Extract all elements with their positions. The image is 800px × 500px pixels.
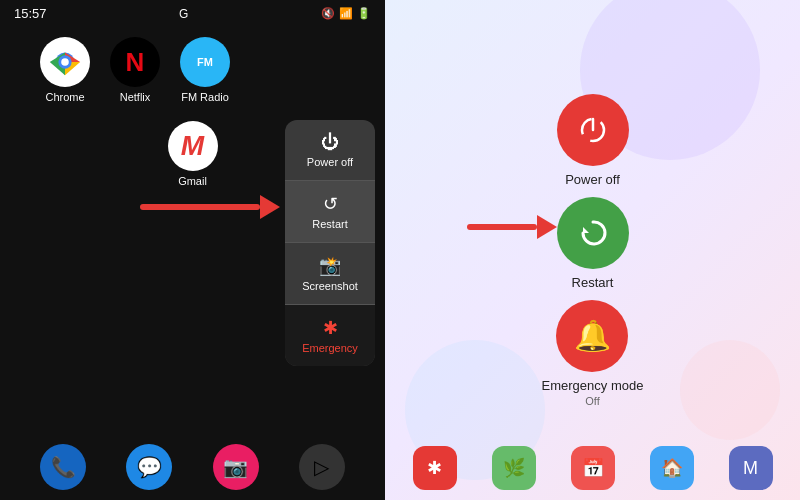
- power-menu[interactable]: ⏻ Power off ↺ Restart 📸 Screenshot ✱ Eme…: [285, 120, 375, 366]
- power-off-menu-icon: ⏻: [321, 132, 339, 153]
- phone-icon[interactable]: 📞: [40, 444, 86, 490]
- calendar-app[interactable]: 📅: [571, 446, 615, 490]
- right-arrow: [467, 215, 557, 239]
- power-off-option[interactable]: Power off: [557, 94, 629, 187]
- app-icons-row: Chrome N Netflix FM FM Radio: [0, 27, 385, 113]
- chrome-icon: [40, 37, 90, 87]
- status-time: 15:57: [14, 6, 47, 21]
- emergency-label: Emergency mode: [542, 378, 644, 393]
- fmradio-icon: FM: [180, 37, 230, 87]
- bg-circle-3: [680, 340, 780, 440]
- home-app[interactable]: 🏠: [650, 446, 694, 490]
- mail-app[interactable]: M: [729, 446, 773, 490]
- battery-icon: 🔋: [357, 7, 371, 20]
- mute-icon: 🔇: [321, 7, 335, 20]
- restart-menu-label: Restart: [312, 218, 347, 230]
- restart-menu-icon: ↺: [323, 193, 338, 215]
- status-icons: 🔇 📶 🔋: [321, 7, 371, 20]
- fmradio-label: FM Radio: [181, 91, 229, 103]
- right-arrow-shaft: [467, 224, 537, 230]
- restart-option[interactable]: Restart: [557, 197, 629, 290]
- right-phone-panel: Power off Restart 🔔 Emergency mode Off ✱…: [385, 0, 800, 500]
- gmail-icon: M: [168, 121, 218, 171]
- chrome-app[interactable]: Chrome: [40, 37, 90, 103]
- left-phone-panel: 15:57 G 🔇 📶 🔋 Chrome: [0, 0, 385, 500]
- fmradio-text: FM: [197, 56, 213, 68]
- netflix-app[interactable]: N Netflix: [110, 37, 160, 103]
- svg-marker-6: [583, 227, 589, 233]
- netflix-label: Netflix: [120, 91, 151, 103]
- restart-icon: [576, 216, 610, 250]
- power-off-menu-item[interactable]: ⏻ Power off: [285, 120, 375, 181]
- signal-icon: 📶: [339, 7, 353, 20]
- gmail-letter: M: [181, 130, 204, 162]
- svg-point-3: [61, 58, 69, 66]
- messages-icon[interactable]: 💬: [126, 444, 172, 490]
- bottom-apps-right: ✱ 🌿 📅 🏠 M: [385, 446, 800, 490]
- power-off-menu-label: Power off: [307, 156, 353, 168]
- status-g: G: [179, 7, 188, 21]
- restart-menu-item[interactable]: ↺ Restart: [285, 181, 375, 243]
- netflix-icon: N: [110, 37, 160, 87]
- emergency-menu-label: Emergency: [302, 342, 358, 354]
- right-arrow-head: [537, 215, 557, 239]
- green-app[interactable]: 🌿: [492, 446, 536, 490]
- share-icon[interactable]: ▷: [299, 444, 345, 490]
- fmradio-app[interactable]: FM FM Radio: [180, 37, 230, 103]
- power-off-icon: [577, 114, 609, 146]
- restart-button[interactable]: [557, 197, 629, 269]
- restart-label: Restart: [572, 275, 614, 290]
- emergency-menu-item[interactable]: ✱ Emergency: [285, 305, 375, 366]
- chrome-label: Chrome: [45, 91, 84, 103]
- gmail-label: Gmail: [178, 175, 207, 187]
- screenshot-menu-label: Screenshot: [302, 280, 358, 292]
- arrow-shaft: [140, 204, 260, 210]
- chrome-svg: [46, 43, 84, 81]
- emergency-menu-icon: ✱: [323, 317, 338, 339]
- screenshot-menu-icon: 📸: [319, 255, 341, 277]
- power-off-button[interactable]: [557, 94, 629, 166]
- snowflake-app[interactable]: ✱: [413, 446, 457, 490]
- status-bar: 15:57 G 🔇 📶 🔋: [0, 0, 385, 27]
- emergency-option[interactable]: 🔔 Emergency mode Off: [542, 300, 644, 407]
- emergency-button[interactable]: 🔔: [556, 300, 628, 372]
- bottom-nav: 📞 💬 📷 ▷: [0, 444, 385, 490]
- power-off-label: Power off: [565, 172, 620, 187]
- instagram-icon[interactable]: 📷: [213, 444, 259, 490]
- emergency-bell-icon: 🔔: [574, 318, 611, 353]
- screenshot-menu-item[interactable]: 📸 Screenshot: [285, 243, 375, 305]
- arrow-head: [260, 195, 280, 219]
- emergency-sublabel: Off: [585, 395, 599, 407]
- left-arrow: [140, 195, 280, 219]
